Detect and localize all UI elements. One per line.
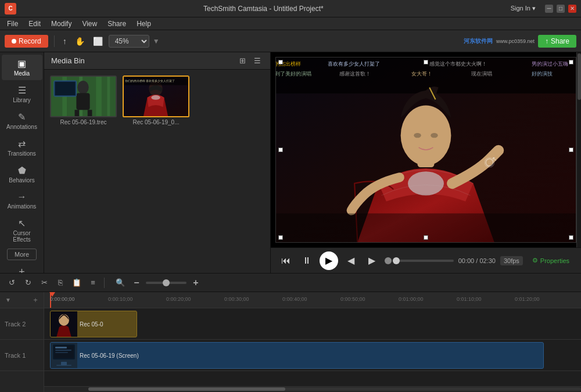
svg-text:↖: ↖ bbox=[492, 156, 497, 162]
step-forward-button[interactable]: ▶ bbox=[364, 253, 380, 269]
close-button[interactable]: ✕ bbox=[568, 5, 576, 13]
record-button[interactable]: Record bbox=[5, 35, 48, 48]
resize-handle-mr[interactable] bbox=[569, 148, 573, 152]
resize-handle-tm[interactable] bbox=[424, 60, 428, 64]
crop-tool-button[interactable]: ⬜ bbox=[91, 34, 105, 48]
properties-button[interactable]: ⚙ Properties bbox=[528, 254, 574, 267]
track-clip-1[interactable]: Rec 05-06-19 (Screen) bbox=[50, 342, 544, 369]
marker-button[interactable] bbox=[385, 257, 392, 264]
sidebar-item-media[interactable]: ▣ Media bbox=[2, 55, 42, 80]
frame-back-button[interactable]: ⏸ bbox=[299, 253, 315, 269]
zoom-minus-button[interactable]: − bbox=[130, 276, 144, 290]
sign-in-button[interactable]: Sign In ▾ bbox=[511, 5, 536, 12]
annotations-icon: ✎ bbox=[18, 112, 26, 123]
more-button[interactable]: More bbox=[7, 249, 37, 260]
tl-sep-1 bbox=[104, 278, 105, 288]
media-thumbnail-2[interactable]: 你们的杰出榜样 喜欢有多少女人打架了 Rec 05-06-19_0... bbox=[123, 75, 189, 127]
menu-share[interactable]: Share bbox=[103, 19, 131, 29]
media-bin-title: Media Bin bbox=[51, 56, 85, 65]
timeline-scrollbar[interactable] bbox=[44, 386, 581, 392]
timeline-area: ↺ ↻ ✂ ⎘ 📋 ≡ 🔍 − + ▼ + Track 2 bbox=[0, 273, 581, 392]
progress-indicator bbox=[393, 257, 400, 264]
sidebar-item-cursor-effects[interactable]: ↖ Cursor Effects bbox=[2, 214, 42, 246]
zoom-select[interactable]: 45% 100% 50% bbox=[109, 35, 149, 48]
thumb-svg-2: 你们的杰出榜样 喜欢有多少女人打架了 bbox=[124, 75, 188, 117]
copy-button[interactable]: ⎘ bbox=[53, 276, 67, 290]
ripple-button[interactable]: ≡ bbox=[86, 276, 100, 290]
cursor-effects-icon: ↖ bbox=[18, 218, 26, 229]
svg-rect-50 bbox=[56, 365, 71, 366]
media-grid-view-button[interactable]: ⊞ bbox=[237, 55, 248, 66]
ruler-mark-6: 0:01:00;00 bbox=[399, 296, 424, 302]
resize-handle-bl[interactable] bbox=[278, 235, 283, 240]
clip-label-2: Rec 05-0 bbox=[77, 321, 106, 328]
time-display: 00:00 / 02:30 bbox=[458, 257, 496, 264]
thumbnail-image-1 bbox=[50, 75, 117, 117]
cut-button[interactable]: ✂ bbox=[37, 276, 51, 290]
scrollbar-thumb[interactable] bbox=[88, 387, 285, 391]
step-back-button[interactable]: ⏮ bbox=[278, 253, 294, 269]
sidebar-item-annotations[interactable]: ✎ Annotations bbox=[2, 108, 42, 134]
clip-thumb-2 bbox=[51, 311, 77, 337]
track-row-1: Rec 05-06-19 (Screen) bbox=[44, 340, 581, 371]
sidebar-item-behaviors[interactable]: ⬟ Behaviors bbox=[2, 161, 42, 187]
menu-help[interactable]: Help bbox=[132, 19, 156, 29]
track-clip-2[interactable]: Rec 05-0 bbox=[50, 311, 137, 337]
redo-button[interactable]: ↻ bbox=[21, 276, 35, 290]
menu-file[interactable]: File bbox=[2, 19, 23, 29]
svg-text:感觉这个市都史大火啊！: 感觉这个市都史大火啊！ bbox=[429, 61, 487, 67]
track-row-2: Rec 05-0 bbox=[44, 308, 581, 340]
zoom-plus-button[interactable]: + bbox=[189, 276, 203, 290]
ruler-mark-5: 0:00:50;00 bbox=[340, 296, 365, 302]
media-bin-panel: Media Bin ⊞ ☰ bbox=[44, 52, 271, 273]
menu-modify[interactable]: Modify bbox=[46, 19, 76, 29]
resize-handle-br[interactable] bbox=[569, 235, 573, 240]
timeline-tracks: Rec 05-0 bbox=[44, 308, 581, 386]
undo-button[interactable]: ↺ bbox=[5, 276, 19, 290]
track-labels: ▼ + Track 2 Track 1 bbox=[0, 292, 44, 392]
svg-text:女大哥！: 女大哥！ bbox=[411, 71, 432, 77]
zoom-slider[interactable] bbox=[146, 282, 187, 284]
frame-forward-button[interactable]: ◀ bbox=[343, 253, 359, 269]
menu-edit[interactable]: Edit bbox=[24, 19, 45, 29]
ruler-mark-3: 0:00:30;00 bbox=[224, 296, 249, 302]
ruler-mark-0: 0:00:00;00 bbox=[50, 296, 75, 302]
resize-handle-tl[interactable] bbox=[278, 60, 283, 64]
library-icon: ☰ bbox=[18, 85, 26, 96]
track-label-2: Track 2 bbox=[0, 308, 44, 340]
sidebar-item-library[interactable]: ☰ Library bbox=[2, 81, 42, 107]
sidebar-item-animations[interactable]: → Animations bbox=[2, 188, 42, 213]
menu-view[interactable]: View bbox=[77, 19, 102, 29]
play-button[interactable]: ▶ bbox=[320, 251, 338, 270]
resize-handle-bm[interactable] bbox=[424, 235, 428, 240]
thumb-svg-1 bbox=[51, 75, 116, 117]
sidebar-item-label-annotations: Annotations bbox=[6, 124, 37, 130]
menu-bar: File Edit Modify View Share Help bbox=[0, 17, 581, 30]
maximize-button[interactable]: □ bbox=[557, 5, 565, 13]
behaviors-icon: ⬟ bbox=[18, 165, 26, 176]
zoom-out-button[interactable]: 🔍 bbox=[113, 276, 127, 290]
left-nav-panel: ▣ Media ☰ Library ✎ Annotations ⇄ Transi… bbox=[0, 52, 44, 273]
hand-tool-button[interactable]: ✋ bbox=[73, 34, 87, 48]
resize-handle-ml[interactable] bbox=[278, 148, 283, 152]
clip-label-1: Rec 05-06-19 (Screen) bbox=[77, 353, 141, 359]
arrow-tool-button[interactable]: ↑ bbox=[60, 34, 69, 48]
media-list-view-button[interactable]: ☰ bbox=[252, 55, 263, 66]
media-thumbnail-1[interactable]: Rec 05-06-19.trec bbox=[50, 75, 117, 127]
watermark-line2: www.pc0359.net bbox=[496, 38, 535, 44]
progress-bar[interactable] bbox=[396, 260, 454, 262]
minimize-button[interactable]: ─ bbox=[545, 5, 553, 13]
share-icon: ↑ bbox=[545, 37, 548, 45]
preview-scrollbar[interactable] bbox=[576, 52, 581, 247]
expand-tracks-button[interactable]: ▼ bbox=[3, 296, 13, 305]
ruler-mark-1: 0:00:10;00 bbox=[108, 296, 133, 302]
video-frame: 你们的杰出榜样 喜欢有多少女人打架了 感觉这个市都史大火啊！ 男的演过小五嗨 感… bbox=[275, 57, 576, 243]
sidebar-item-label-animations: Animations bbox=[8, 203, 36, 210]
resize-handle-tr[interactable] bbox=[569, 60, 573, 64]
add-track-button[interactable]: + bbox=[31, 296, 40, 305]
ruler-mark-7: 0:01:10;00 bbox=[457, 296, 482, 302]
sidebar-item-transitions[interactable]: ⇄ Transitions bbox=[2, 135, 42, 160]
share-button[interactable]: ↑ Share bbox=[538, 35, 576, 48]
paste-button[interactable]: 📋 bbox=[70, 276, 84, 290]
svg-rect-7 bbox=[75, 110, 80, 117]
